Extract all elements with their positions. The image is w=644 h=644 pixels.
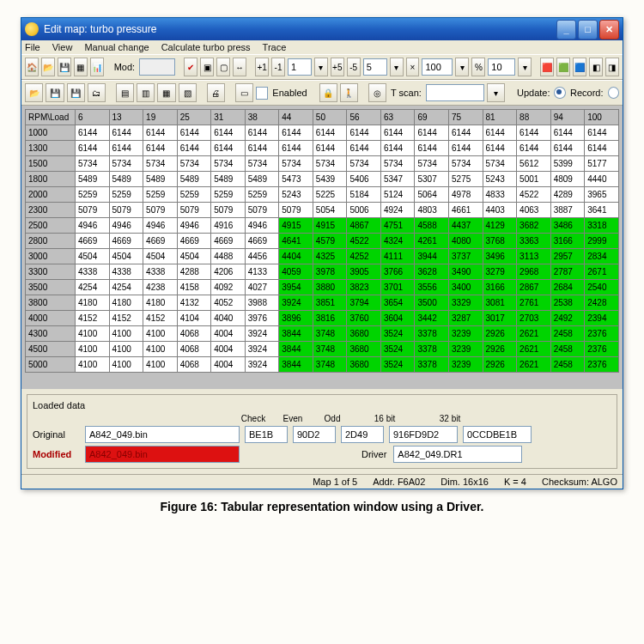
cell[interactable]: 4261 [415,234,449,249]
cell[interactable]: 5079 [245,203,279,218]
cell[interactable]: 5259 [143,187,178,203]
cell[interactable]: 5243 [483,172,517,187]
menu-manual-change[interactable]: Manual change [84,42,149,52]
col-header[interactable]: 63 [380,110,415,125]
cell[interactable]: 3760 [347,311,381,326]
cell[interactable]: 2926 [483,357,517,373]
cell[interactable]: 3680 [347,342,381,357]
sel-icon[interactable]: ▭ [235,83,253,102]
col-header[interactable]: 19 [143,110,178,125]
cell[interactable]: 4456 [245,249,279,264]
cell[interactable]: 4504 [76,249,110,264]
chart-icon[interactable]: 📊 [90,58,104,76]
col-header[interactable]: 13 [109,110,143,125]
save-icon[interactable]: 💾 [58,58,71,76]
cell[interactable]: 2703 [517,311,551,326]
row-header[interactable]: 4300 [26,326,76,342]
cell[interactable]: 3978 [313,264,347,280]
col-header[interactable]: 88 [517,110,551,125]
cell[interactable]: 3680 [347,326,381,342]
cell[interactable]: 4641 [279,234,313,249]
cell[interactable]: 4206 [211,264,246,280]
cell[interactable]: 4100 [76,357,110,373]
cell[interactable]: 3641 [585,203,619,218]
t2-icon[interactable]: ▥ [137,83,155,102]
cell[interactable]: 3682 [517,218,551,234]
cell[interactable]: 4063 [517,203,551,218]
col-header[interactable]: 50 [313,110,347,125]
cell[interactable]: 4946 [143,218,178,234]
record-radio[interactable] [608,87,620,99]
cell[interactable]: 5275 [449,172,483,187]
cell[interactable]: 4669 [245,234,279,249]
col-header[interactable]: 81 [483,110,517,125]
cell[interactable]: 6144 [313,125,347,141]
row-header[interactable]: 3800 [26,295,76,311]
cell[interactable]: 4059 [279,264,313,280]
row-header[interactable]: 3300 [26,264,76,280]
cell[interactable]: 5734 [177,156,211,172]
cell[interactable]: 4152 [109,311,143,326]
cell[interactable]: 5225 [313,187,347,203]
row-header[interactable]: 1500 [26,156,76,172]
cell[interactable]: 5243 [279,187,313,203]
col-header[interactable]: 56 [347,110,381,125]
open-icon[interactable]: 📂 [41,58,55,76]
cell[interactable]: 3239 [449,342,483,357]
cell[interactable]: 6144 [415,141,449,156]
cell[interactable]: 4180 [109,295,143,311]
cell[interactable]: 3887 [550,203,585,218]
cell[interactable]: 3378 [415,357,449,373]
cell[interactable]: 4100 [143,342,178,357]
cell[interactable]: 2621 [517,342,551,357]
cell[interactable]: 6144 [449,125,483,141]
cell[interactable]: 4751 [380,218,415,234]
cell[interactable]: 4027 [245,280,279,295]
col-header[interactable]: 31 [211,110,246,125]
cell[interactable]: 3400 [449,280,483,295]
cell[interactable]: 6144 [177,125,211,141]
cell[interactable]: 4104 [177,311,211,326]
cell[interactable]: 3496 [483,249,517,264]
spin2-icon[interactable]: ▾ [390,58,404,76]
cell[interactable]: 6144 [550,141,585,156]
cell[interactable]: 5734 [483,156,517,172]
cell[interactable]: 4004 [211,326,246,342]
step2-input[interactable] [363,58,387,76]
cell[interactable]: 2376 [585,357,619,373]
cell[interactable]: 5489 [177,172,211,187]
cell[interactable]: 3924 [245,357,279,373]
cell[interactable]: 5064 [415,187,449,203]
cell[interactable]: 4100 [109,357,143,373]
spin4-icon[interactable]: ▾ [518,58,532,76]
cell[interactable]: 3318 [585,218,619,234]
cell[interactable]: 3081 [483,295,517,311]
cell[interactable]: 3924 [245,326,279,342]
cell[interactable]: 4924 [380,203,415,218]
cell[interactable]: 6144 [449,141,483,156]
cell[interactable]: 6144 [517,125,551,141]
cell[interactable]: 4437 [449,218,483,234]
cell[interactable]: 6144 [109,125,143,141]
original-input[interactable] [85,426,240,443]
save2-icon[interactable]: 💾 [46,83,64,102]
cell[interactable]: 4338 [143,264,178,280]
cell[interactable]: 3766 [380,264,415,280]
cell[interactable]: 2458 [550,342,585,357]
cell[interactable]: 6144 [483,125,517,141]
cell[interactable]: 4180 [76,295,110,311]
cell[interactable]: 4522 [517,187,551,203]
cell[interactable]: 3524 [380,357,415,373]
cell[interactable]: 6144 [585,141,619,156]
cell[interactable]: 5439 [313,172,347,187]
cell[interactable]: 3737 [449,249,483,264]
cell[interactable]: 4254 [109,280,143,295]
tscan-drop-icon[interactable]: ▾ [487,83,505,102]
row-header[interactable]: 4000 [26,311,76,326]
data-table[interactable]: RPM\Load61319253138445056636975818894100… [25,109,619,373]
cell[interactable]: 4100 [143,357,178,373]
cell[interactable]: 3844 [279,342,313,357]
cell[interactable]: 5347 [380,172,415,187]
d-icon[interactable]: ◧ [589,58,603,76]
cell[interactable]: 2458 [550,357,585,373]
